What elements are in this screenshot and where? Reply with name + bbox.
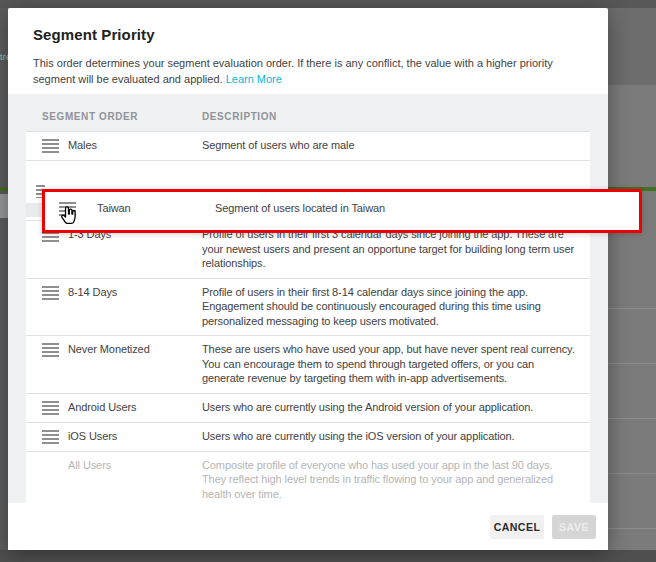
save-button[interactable]: SAVE bbox=[552, 515, 596, 539]
segment-description: Composite profile of everyone who has us… bbox=[202, 458, 576, 502]
segment-description: Segment of users located in Taiwan bbox=[215, 201, 639, 216]
dialog-title: Segment Priority bbox=[33, 26, 583, 43]
segment-description: Profile of users in their first 3 calend… bbox=[202, 227, 576, 271]
table-row: Android Users Users who are currently us… bbox=[26, 394, 590, 423]
segment-description: Profile of users in their first 8-14 cal… bbox=[202, 285, 576, 329]
background-table-rows-fragment bbox=[608, 254, 656, 554]
background-accent-line-left bbox=[0, 187, 8, 191]
dialog-description-text: This order determines your segment evalu… bbox=[33, 57, 553, 85]
drag-handle-icon[interactable] bbox=[42, 401, 59, 415]
screen: tre Segment Priority This order determin… bbox=[0, 0, 656, 562]
drag-handle-icon[interactable] bbox=[42, 430, 59, 444]
segment-description: Segment of users who are male bbox=[202, 138, 576, 153]
modal-overlay-bottom bbox=[0, 550, 656, 562]
segment-name: Males bbox=[68, 138, 202, 153]
drag-handle-icon[interactable] bbox=[42, 343, 59, 357]
cancel-button[interactable]: CANCEL bbox=[490, 515, 544, 539]
background-header-fragment-right bbox=[608, 8, 656, 85]
segment-description: Users who are currently using the Androi… bbox=[202, 400, 576, 415]
segment-description: These are users who have used your app, … bbox=[202, 342, 576, 386]
drag-handle-cell bbox=[42, 285, 68, 329]
segment-table-header: SEGMENT ORDER DESCRIPTION bbox=[26, 94, 590, 132]
segment-name: Taiwan bbox=[97, 201, 215, 216]
column-header-description: DESCRIPTION bbox=[202, 111, 576, 122]
drag-handle-cell bbox=[42, 138, 68, 153]
table-row: 8-14 Days Profile of users in their firs… bbox=[26, 279, 590, 337]
background-text-fragment: tre bbox=[0, 52, 8, 62]
segment-name: Android Users bbox=[68, 400, 202, 415]
segment-table-body: Males Segment of users who are male 1-3 … bbox=[26, 132, 590, 503]
segment-name: iOS Users bbox=[68, 429, 202, 444]
learn-more-link[interactable]: Learn More bbox=[226, 73, 282, 85]
segment-description: Users who are currently using the iOS ve… bbox=[202, 429, 576, 444]
table-row: All Users Composite profile of everyone … bbox=[26, 452, 590, 504]
segment-priority-dialog: Segment Priority This order determines y… bbox=[8, 8, 608, 550]
dialog-description: This order determines your segment evalu… bbox=[33, 55, 583, 87]
table-row: Males Segment of users who are male bbox=[26, 132, 590, 161]
drag-handle-cell bbox=[42, 458, 68, 502]
drag-handle-icon[interactable] bbox=[42, 286, 59, 300]
segment-table: SEGMENT ORDER DESCRIPTION Males Segment … bbox=[8, 94, 608, 503]
segment-name: 8-14 Days bbox=[68, 285, 202, 329]
modal-overlay-left: tre bbox=[0, 8, 8, 562]
segment-name: All Users bbox=[68, 458, 202, 502]
drag-handle-icon[interactable] bbox=[42, 139, 59, 153]
dialog-footer: CANCEL SAVE bbox=[8, 503, 608, 550]
column-header-segment-order: SEGMENT ORDER bbox=[42, 111, 202, 122]
dragged-row-taiwan[interactable]: Taiwan Segment of users located in Taiwa… bbox=[42, 189, 642, 233]
background-row-fragment-left bbox=[0, 194, 8, 218]
segment-name: 1-3 Days bbox=[68, 227, 202, 271]
modal-overlay-top bbox=[0, 0, 656, 8]
dialog-header: Segment Priority This order determines y… bbox=[8, 8, 608, 94]
drag-handle-cell bbox=[42, 429, 68, 444]
drag-handle-cell bbox=[42, 400, 68, 415]
table-row: iOS Users Users who are currently using … bbox=[26, 423, 590, 452]
segment-name: Never Monetized bbox=[68, 342, 202, 386]
drag-handle-cell bbox=[42, 227, 68, 271]
table-row: Never Monetized These are users who have… bbox=[26, 336, 590, 394]
grab-cursor-icon bbox=[57, 204, 81, 228]
drag-handle-cell bbox=[42, 342, 68, 386]
modal-overlay-right bbox=[608, 8, 656, 562]
